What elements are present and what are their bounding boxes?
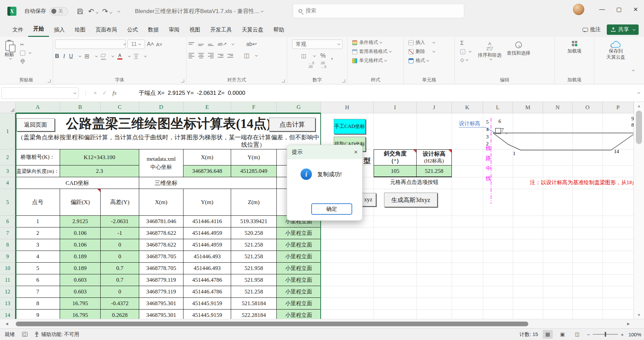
avatar[interactable] (573, 4, 584, 15)
find-select-button[interactable]: 查找和选择 (504, 42, 533, 77)
underline-button[interactable]: U (69, 53, 73, 59)
addins-button[interactable]: 加载项 (557, 41, 592, 54)
autosave-toggle[interactable]: 关 (49, 7, 68, 15)
cell[interactable]: 451445.9159 (183, 310, 231, 319)
tab-review[interactable]: 审阅 (164, 24, 184, 37)
cell[interactable]: 0.603 (60, 274, 101, 286)
center-x-cell[interactable]: 3468736.648 (183, 165, 231, 177)
cell[interactable]: 521.258 (231, 251, 277, 263)
clear-icon[interactable]: ◇ (460, 57, 471, 63)
percent-style-icon[interactable]: % (320, 52, 326, 59)
cut-icon[interactable]: ✂ (20, 42, 31, 48)
save-icon[interactable] (77, 8, 84, 15)
dialog-titlebar[interactable]: 提示 × (287, 145, 362, 159)
cell[interactable]: 小里程立面 (277, 274, 321, 286)
cell[interactable]: 6 (16, 274, 60, 286)
tab-formulas[interactable]: 公式 (122, 24, 143, 37)
design-elev-header[interactable]: 设计标高(H2标高) (417, 149, 452, 165)
merge-center-icon[interactable]: ◫ (244, 52, 250, 59)
cell[interactable]: 451446.4959 (183, 239, 231, 251)
cell[interactable]: 3468779.119 (139, 286, 183, 298)
header-ym[interactable]: Y(m) (183, 189, 231, 216)
cancel-icon[interactable]: × (94, 90, 97, 96)
phonetic-icon[interactable]: wén文 (134, 53, 139, 59)
header-xm[interactable]: X(m) (139, 189, 183, 216)
format-painter-icon[interactable] (20, 58, 31, 64)
maximize-button[interactable]: ▢ (610, 0, 627, 18)
cell[interactable]: 0.2628 (101, 310, 139, 319)
scroll-right-icon[interactable]: ► (626, 321, 631, 326)
cell[interactable]: 0.189 (60, 251, 101, 263)
page-layout-view-button[interactable]: ▣ (557, 330, 568, 339)
cell[interactable]: 3468795.301 (139, 310, 183, 319)
skew-angle-value[interactable]: 105 (374, 165, 417, 177)
fill-color-icon[interactable] (101, 52, 106, 60)
scroll-down-icon[interactable]: ▼ (634, 313, 644, 317)
qat-customize-icon[interactable] (117, 9, 120, 12)
cell[interactable]: -1 (101, 227, 139, 239)
share-button[interactable]: 共享 (607, 24, 639, 35)
document-title[interactable]: Blender三维坐标计算程序BetaV1.7.xls - 兼容性... (135, 7, 259, 15)
zoom-in-icon[interactable]: + (621, 332, 624, 337)
cell[interactable]: 521.958 (231, 274, 277, 286)
borders-icon[interactable]: ⊞ (85, 53, 90, 60)
formula-input[interactable]: 于端点 X= 2.9125 Y= -2.0631 Z= 0.0000 (139, 89, 245, 97)
vertical-scroll-thumb[interactable] (636, 111, 642, 144)
cad-group-header[interactable]: CAD坐标 (16, 177, 139, 189)
insert-cells-button[interactable]: 插入 (409, 40, 452, 46)
align-top-icon[interactable] (189, 42, 194, 46)
cell[interactable]: 0 (101, 251, 139, 263)
cell[interactable]: 0 (101, 239, 139, 251)
skew-angle-header[interactable]: 斜交角度（°） (374, 149, 417, 165)
comments-button[interactable]: 批注 (583, 26, 601, 33)
ribbon-collapse-icon[interactable] (632, 68, 635, 71)
search-input[interactable]: 搜索 (293, 4, 464, 18)
page-break-view-button[interactable]: ◫ (572, 330, 582, 339)
decrease-decimal-icon[interactable]: .00→.0 (320, 61, 326, 69)
align-bottom-icon[interactable] (208, 42, 214, 46)
cell-styles-button[interactable]: 单元格样式 (352, 58, 401, 64)
bold-button[interactable]: B (55, 53, 59, 60)
cell[interactable]: 451446.493 (183, 251, 231, 263)
cell[interactable]: 451446.4786 (183, 286, 231, 298)
cell[interactable]: 3468779.119 (139, 274, 183, 286)
orientation-icon[interactable]: ab↗ (218, 42, 226, 47)
cell[interactable]: 0.189 (60, 263, 101, 274)
cell[interactable]: 9 (16, 310, 60, 319)
zoom-level[interactable]: 100% (629, 332, 641, 337)
header-height-y[interactable]: 高差(Y) (101, 189, 139, 216)
tab-page-layout[interactable]: 页面布局 (91, 24, 122, 37)
cell[interactable]: 2.9125 (60, 216, 101, 227)
undo-icon[interactable]: ↶ (88, 7, 98, 15)
cell[interactable]: 3468778.705 (139, 251, 183, 263)
tab-draw[interactable]: 绘图 (70, 24, 91, 37)
cell[interactable]: 0.106 (60, 239, 101, 251)
dialog-ok-button[interactable]: 确定 (311, 203, 352, 215)
cell[interactable]: -0.4372 (101, 298, 139, 310)
cell[interactable]: 小里程立面 (277, 227, 321, 239)
header-point-no[interactable]: 点号 (16, 189, 60, 216)
cell[interactable]: 521.958 (231, 263, 277, 274)
cell[interactable]: 0 (101, 286, 139, 298)
macro-record-icon[interactable] (22, 332, 28, 337)
cell[interactable]: 0.106 (60, 227, 101, 239)
font-launcher-icon[interactable] (181, 79, 184, 82)
cell[interactable]: 小里程立面 (277, 239, 321, 251)
scroll-left-icon[interactable]: ◄ (5, 321, 9, 326)
design-elev-value[interactable]: 521.258 (417, 165, 452, 177)
cell[interactable]: 16.795 (60, 298, 101, 310)
font-size-select[interactable]: 11 (127, 40, 145, 49)
align-left-icon[interactable] (189, 53, 194, 58)
grow-font-icon[interactable]: A˄ (147, 41, 154, 48)
tab-view[interactable]: 视图 (184, 24, 205, 37)
metadata-cell[interactable]: metadata.xml中心坐标 (139, 149, 183, 177)
tab-data[interactable]: 数据 (143, 24, 164, 37)
cell[interactable]: 0.603 (60, 286, 101, 298)
tab-home[interactable]: 开始 (28, 23, 49, 37)
header-zm[interactable]: Z(m) (231, 189, 277, 216)
y-header-cell[interactable]: Y(m) (231, 149, 277, 165)
cell[interactable]: 451446.493 (183, 263, 231, 274)
delete-cells-button[interactable]: 删除 (409, 49, 452, 55)
fill-icon[interactable]: ↓ (460, 49, 471, 55)
cell[interactable]: 451446.4116 (183, 216, 231, 227)
